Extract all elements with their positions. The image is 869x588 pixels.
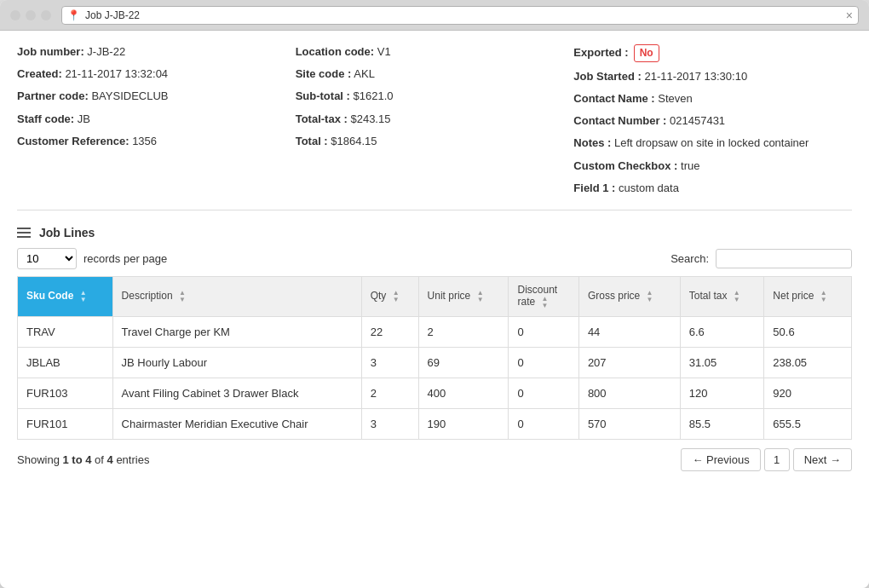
job-started-value: 21-11-2017 13:30:10 <box>644 70 747 83</box>
cell-unit-price: 190 <box>418 408 509 439</box>
main-content: Job number: J-JB-22 Created: 21-11-2017 … <box>0 31 869 588</box>
subtotal-value: $1621.0 <box>354 89 394 102</box>
col-header-net-price[interactable]: Net price ▲▼ <box>764 276 852 316</box>
exported-row: Exported : No <box>573 44 852 62</box>
customer-ref-label: Customer Reference: <box>17 135 129 147</box>
per-page-control: 10 25 50 100 records per page <box>17 248 167 269</box>
cell-gross-price: 800 <box>578 378 680 408</box>
total-tax-sort-icon: ▲▼ <box>734 290 740 303</box>
job-started-row: Job Started : 21-11-2017 13:30:10 <box>573 69 852 84</box>
col-header-description[interactable]: Description ▲▼ <box>112 276 361 316</box>
contact-name-label: Contact Name : <box>573 92 654 105</box>
cell-total-tax: 120 <box>680 378 764 408</box>
search-input[interactable] <box>716 249 852 268</box>
traffic-light-close[interactable] <box>10 10 20 20</box>
cell-total-tax: 31.05 <box>680 347 764 378</box>
customer-ref-value: 1356 <box>132 135 157 147</box>
created-row: Created: 21-11-2017 13:32:04 <box>17 66 296 82</box>
location-code-label: Location code: <box>296 45 374 58</box>
col-header-gross-price[interactable]: Gross price ▲▼ <box>578 276 680 316</box>
job-lines-table: Sku Code ▲▼ Description ▲▼ Qty ▲▼ Unit p… <box>17 276 852 440</box>
section-header: Job Lines <box>17 219 852 248</box>
notes-row: Notes : Left dropsaw on site in locked c… <box>573 135 852 151</box>
showing-range: 1 to 4 <box>62 453 91 466</box>
cell-discount-rate: 0 <box>509 347 578 378</box>
col-header-total-tax[interactable]: Total tax ▲▼ <box>680 276 764 316</box>
custom-checkbox-value: true <box>681 159 699 172</box>
col-header-sku[interactable]: Sku Code ▲▼ <box>18 276 113 316</box>
cell-net-price: 920 <box>764 378 852 408</box>
menu-icon[interactable] <box>17 228 31 238</box>
table-controls: 10 25 50 100 records per page Search: <box>17 248 852 269</box>
staff-code-value: JB <box>78 112 90 125</box>
table-body: TRAV Travel Charge per KM 22 2 0 44 6.6 … <box>18 316 852 439</box>
main-window: 📍 Job J-JB-22 × Job number: J-JB-22 Crea… <box>0 0 869 588</box>
traffic-light-minimize[interactable] <box>26 10 36 20</box>
divider <box>17 210 852 210</box>
exported-badge: No <box>634 44 659 62</box>
showing-text: Showing 1 to 4 of 4 entries <box>17 453 149 466</box>
field1-value: custom data <box>619 182 679 194</box>
col-header-unit-price[interactable]: Unit price ▲▼ <box>418 276 509 316</box>
cell-total-tax: 6.6 <box>680 316 764 347</box>
cell-sku: JBLAB <box>18 347 113 378</box>
menu-line-1 <box>17 228 31 229</box>
cell-qty: 22 <box>361 316 418 347</box>
cell-gross-price: 44 <box>578 316 680 347</box>
cell-qty: 3 <box>361 408 418 439</box>
close-icon[interactable]: × <box>846 9 853 22</box>
table-header: Sku Code ▲▼ Description ▲▼ Qty ▲▼ Unit p… <box>18 276 852 316</box>
cell-discount-rate: 0 <box>509 408 578 439</box>
col-header-discount-rate[interactable]: Discountrate ▲▼ <box>509 276 578 316</box>
desc-sort-icon: ▲▼ <box>179 290 186 303</box>
cell-description: Travel Charge per KM <box>112 316 361 347</box>
job-number-label: Job number: <box>17 45 84 58</box>
table-footer: Showing 1 to 4 of 4 entries ← Previous 1… <box>17 448 852 471</box>
col-header-qty[interactable]: Qty ▲▼ <box>361 276 418 316</box>
per-page-select[interactable]: 10 25 50 100 <box>17 248 77 269</box>
site-code-value: AKL <box>354 67 375 80</box>
contact-name-row: Contact Name : Steven <box>573 91 852 107</box>
cell-description: JB Hourly Labour <box>112 347 361 378</box>
job-info-grid: Job number: J-JB-22 Created: 21-11-2017 … <box>17 44 852 196</box>
cell-unit-price: 2 <box>418 316 509 347</box>
customer-ref-row: Customer Reference: 1356 <box>17 134 296 149</box>
prev-button[interactable]: ← Previous <box>681 448 760 471</box>
traffic-light-maximize[interactable] <box>41 10 51 20</box>
table-header-row: Sku Code ▲▼ Description ▲▼ Qty ▲▼ Unit p… <box>18 276 852 316</box>
pin-icon: 📍 <box>67 9 80 21</box>
contact-name-value: Steven <box>658 92 692 105</box>
staff-code-label: Staff code: <box>17 112 74 125</box>
custom-checkbox-label: Custom Checkbox : <box>573 159 677 172</box>
field1-label: Field 1 : <box>573 182 615 194</box>
traffic-lights <box>10 10 51 20</box>
partner-code-row: Partner code: BAYSIDECLUB <box>17 89 296 104</box>
discount-sort-icon: ▲▼ <box>541 296 548 309</box>
next-button[interactable]: Next → <box>793 448 852 471</box>
table-row: FUR103 Avant Filing Cabinet 3 Drawer Bla… <box>18 378 852 408</box>
menu-line-3 <box>17 236 31 238</box>
cell-qty: 2 <box>361 378 418 408</box>
job-number-row: Job number: J-JB-22 <box>17 44 296 60</box>
partner-code-value: BAYSIDECLUB <box>91 89 168 102</box>
menu-line-2 <box>17 232 31 233</box>
notes-label: Notes : <box>573 136 611 149</box>
site-code-label: Site code : <box>296 67 352 80</box>
field1-row: Field 1 : custom data <box>573 181 852 196</box>
contact-number-value: 021457431 <box>670 114 725 127</box>
exported-label: Exported : <box>573 45 628 61</box>
cell-net-price: 655.5 <box>764 408 852 439</box>
job-started-label: Job Started : <box>573 70 641 83</box>
cell-description: Chairmaster Meridian Executive Chair <box>112 408 361 439</box>
cell-gross-price: 207 <box>578 347 680 378</box>
table-row: TRAV Travel Charge per KM 22 2 0 44 6.6 … <box>18 316 852 347</box>
created-label: Created: <box>17 67 62 80</box>
qty-sort-icon: ▲▼ <box>393 290 400 303</box>
window-title: Job J-JB-22 <box>85 9 839 21</box>
search-wrap: Search: <box>670 249 852 268</box>
section-title: Job Lines <box>39 226 95 239</box>
cell-sku: FUR101 <box>18 408 113 439</box>
per-page-label: records per page <box>83 252 167 265</box>
subtotal-row: Sub-total : $1621.0 <box>296 89 574 104</box>
showing-total: 4 <box>107 453 113 466</box>
